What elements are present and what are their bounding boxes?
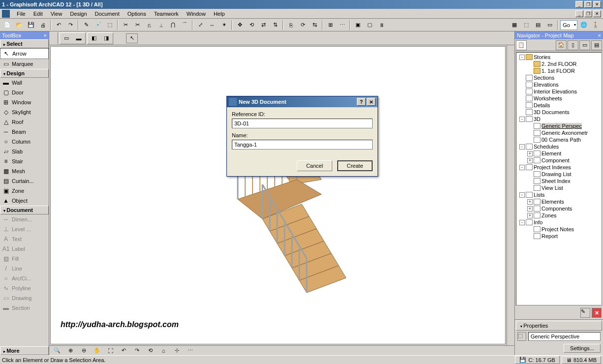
stretch-button[interactable]: ↔ [207, 20, 218, 30]
pick-button[interactable]: ✎ [81, 20, 92, 30]
toolbox-item-dimen-[interactable]: ↔Dimen... [0, 214, 49, 224]
trim-button[interactable]: ✂ [132, 20, 143, 30]
adjust-button[interactable]: ⟂ [156, 20, 166, 30]
zoom-out-button[interactable]: ⊖ [78, 346, 90, 356]
toolbox-item-label[interactable]: A1Label [0, 244, 49, 254]
print-button[interactable]: 🖨 [37, 20, 48, 30]
save-button[interactable]: 💾 [26, 20, 36, 30]
tree-toggle[interactable]: - [519, 144, 525, 150]
rotate-button[interactable]: ⟲ [246, 20, 257, 30]
toolbox-item-fill[interactable]: ▨Fill [0, 254, 49, 264]
properties-header[interactable]: Properties [516, 321, 602, 331]
tree-item-components[interactable]: +Components [517, 205, 601, 212]
minimize-button[interactable]: _ [575, 1, 583, 8]
toolbox-section-select[interactable]: Select [0, 39, 49, 48]
mode-button-1[interactable]: ▭ [61, 33, 72, 43]
axis-button[interactable]: ⊹ [171, 346, 183, 356]
reference-id-input[interactable] [232, 119, 373, 128]
tree-item-info[interactable]: -Info [517, 219, 601, 226]
menu-options[interactable]: Options [124, 10, 150, 18]
suspend-button[interactable]: ⏸ [376, 20, 387, 30]
dialog-help-button[interactable]: ? [357, 98, 366, 106]
ungroup-button[interactable]: ▢ [364, 20, 375, 30]
tree-item-generic-perspec[interactable]: Generic Perspec [517, 122, 601, 129]
toolbox-item-polyline[interactable]: ∿Polyline [0, 283, 49, 293]
tree-item-00-camera-path[interactable]: 00 Camera Path [517, 136, 601, 143]
nav-tab-view-map[interactable]: 🏠 [556, 40, 567, 50]
intersect-button[interactable]: ⋂ [167, 20, 178, 30]
walk-button[interactable]: 🚶 [590, 20, 601, 30]
tree-item-element[interactable]: +Element [517, 150, 601, 157]
close-button[interactable]: ✕ [593, 1, 601, 8]
cancel-button[interactable]: Cancel [297, 160, 332, 171]
name-input[interactable] [232, 140, 373, 150]
toolbox-item-slab[interactable]: ▱Slab [0, 147, 49, 156]
tree-item-elements[interactable]: +Elements [517, 198, 601, 205]
close-icon[interactable]: × [598, 32, 601, 38]
tree-toggle[interactable]: - [519, 117, 525, 122]
toolbox-section-design[interactable]: Design [0, 69, 49, 78]
toolbox-item-roof[interactable]: △Roof [0, 117, 49, 127]
nav-tab-sets[interactable]: ▤ [591, 40, 602, 50]
nav-tab-project-map[interactable]: 📋 [516, 40, 527, 50]
tree-toggle[interactable]: + [527, 206, 533, 212]
redo-button[interactable]: ↷ [65, 20, 76, 30]
tree-toggle[interactable]: - [519, 165, 525, 170]
go-dropdown[interactable]: Go [560, 20, 577, 30]
toolbox-section-more[interactable]: More [0, 346, 49, 355]
mirror-button[interactable]: ⇄ [258, 20, 269, 30]
nav-new-button[interactable]: ✎ [580, 308, 590, 318]
zoom-in-button[interactable]: ⊕ [64, 346, 76, 356]
tree-item-stories[interactable]: -Stories [517, 54, 601, 61]
tree-toggle[interactable]: + [527, 151, 533, 156]
tree-toggle[interactable]: - [519, 55, 525, 60]
menu-window[interactable]: Window [183, 10, 210, 18]
multiply-button[interactable]: ⊞ [325, 20, 336, 30]
explode-button[interactable]: ✶ [219, 20, 229, 30]
toolbox-item-line[interactable]: /Line [0, 264, 49, 273]
menu-document[interactable]: Document [91, 10, 124, 18]
tree-toggle[interactable]: + [527, 158, 533, 163]
mode-button-2[interactable]: ▬ [73, 33, 85, 43]
view-layout-button[interactable]: ▭ [544, 20, 555, 30]
create-button[interactable]: Create [337, 160, 373, 171]
drag-copy-button[interactable]: ⎘ [286, 20, 296, 30]
toolbox-item-window[interactable]: ⊞Window [0, 97, 49, 107]
tree-item-lists[interactable]: -Lists [517, 191, 601, 198]
nav-delete-button[interactable]: ✕ [592, 308, 602, 318]
toolbox-item-text[interactable]: AText [0, 234, 49, 244]
align-button[interactable]: ⬚ [104, 20, 115, 30]
tree-item-worksheets[interactable]: Worksheets [517, 95, 601, 102]
tree-item-component[interactable]: +Component [517, 157, 601, 164]
fit-button[interactable]: ⛶ [104, 346, 116, 356]
view-section-button[interactable]: ▤ [533, 20, 543, 30]
close-icon[interactable]: × [44, 32, 47, 38]
tree-item-sections[interactable]: Sections [517, 74, 601, 81]
menu-teamwork[interactable]: Teamwork [150, 10, 183, 18]
tree-item-drawing-list[interactable]: Drawing List [517, 171, 601, 178]
mode-button-3[interactable]: ◧ [88, 33, 100, 43]
tree-item-details[interactable]: Details [517, 102, 601, 109]
group-button[interactable]: ▣ [352, 20, 363, 30]
toolbox-item-wall[interactable]: ▬Wall [0, 78, 49, 88]
tree-item-view-list[interactable]: View List [517, 184, 601, 191]
toolbox-item-arc-ci-[interactable]: ○Arc/Ci... [0, 273, 49, 283]
toolbox-item-marquee[interactable]: ▭Marquee [0, 59, 49, 69]
inject-button[interactable]: 💉 [93, 20, 103, 30]
dialog-close-button[interactable]: ✕ [367, 98, 376, 106]
toolbox-item-stair[interactable]: ≡Stair [0, 156, 49, 166]
properties-name-field[interactable]: Generic Perspective [528, 332, 601, 341]
resize-button[interactable]: ⤢ [195, 20, 206, 30]
menu-help[interactable]: Help [210, 10, 229, 18]
doc-tab-handle[interactable] [51, 32, 58, 44]
maximize-button[interactable]: ❐ [584, 1, 592, 8]
refresh-button[interactable]: 🌐 [578, 20, 589, 30]
orbit-button[interactable]: ⟲ [144, 346, 156, 356]
undo-button[interactable]: ↶ [53, 20, 64, 30]
menu-file[interactable]: File [13, 10, 30, 18]
tree-toggle[interactable]: + [527, 199, 533, 205]
tree-toggle[interactable]: - [519, 220, 525, 225]
tree-item-project-indexes[interactable]: -Project Indexes [517, 164, 601, 171]
tree-toggle[interactable]: + [527, 213, 533, 218]
dialog-titlebar[interactable]: New 3D Document ? ✕ [227, 96, 378, 107]
